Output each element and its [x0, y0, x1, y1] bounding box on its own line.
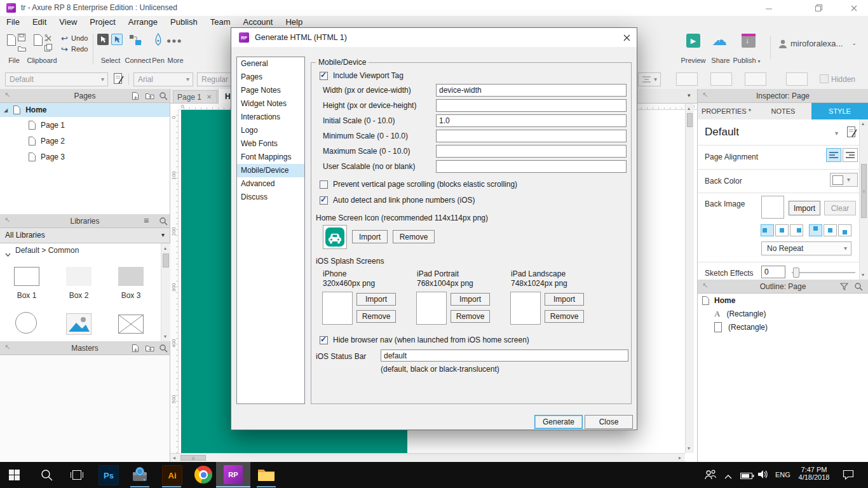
user-scalable-input[interactable] [436, 160, 627, 173]
x-input[interactable] [676, 72, 698, 86]
edit-style-icon[interactable] [846, 126, 858, 141]
ipad-landscape-remove-button[interactable]: Remove [545, 310, 584, 323]
widget-ellipse-thumb[interactable] [15, 312, 37, 334]
tray-expand-icon[interactable] [724, 471, 732, 482]
user-avatar-icon[interactable] [778, 39, 788, 51]
menu-project[interactable]: Project [83, 16, 121, 29]
menu-help[interactable]: Help [279, 16, 309, 29]
select-intersect-icon[interactable] [111, 34, 123, 45]
volume-icon[interactable] [757, 470, 769, 482]
ios-status-bar-input[interactable] [381, 349, 628, 362]
explorer-taskbar-icon[interactable] [257, 465, 276, 484]
outline-item-rect2[interactable]: (Rectangle) [698, 320, 868, 334]
action-center-icon[interactable] [843, 470, 854, 482]
h-input[interactable] [786, 72, 808, 86]
language-indicator[interactable]: ENG [775, 471, 790, 478]
scrollbar-thumb[interactable]: ||| [180, 455, 206, 461]
nav-interactions[interactable]: Interactions [237, 111, 304, 124]
generate-button[interactable]: Generate [534, 415, 583, 429]
nav-general[interactable]: General [237, 57, 304, 71]
restore-icon[interactable] [813, 3, 824, 13]
home-icon-remove-button[interactable]: Remove [393, 230, 435, 243]
ipad-landscape-splash-preview[interactable] [510, 292, 541, 325]
widget-box2-thumb[interactable] [66, 267, 92, 286]
menu-account[interactable]: Account [236, 16, 279, 29]
nav-logo[interactable]: Logo [237, 124, 304, 137]
start-button-icon[interactable] [9, 470, 20, 483]
page-tree-item-page1[interactable]: Page 1 [0, 118, 170, 132]
library-section-label[interactable]: Default > Common [15, 246, 79, 255]
distribute-dropdown[interactable]: ▾ [638, 72, 661, 86]
widget-image-thumb[interactable] [66, 313, 92, 337]
library-filter-dropdown[interactable]: All Libraries ▾ [0, 228, 170, 243]
widget-placeholder-thumb[interactable] [118, 315, 144, 336]
user-menu[interactable]: miroforalexa... [790, 39, 843, 48]
home-screen-icon-preview[interactable] [323, 225, 347, 249]
dialog-close-icon[interactable] [623, 33, 631, 44]
image-valign-top-button[interactable] [809, 224, 822, 236]
back-color-dropdown[interactable]: ▾ [830, 173, 858, 187]
back-image-import-button[interactable]: Import [789, 201, 820, 215]
scroll-down-icon[interactable]: ▾ [164, 334, 166, 339]
connect-icon[interactable] [129, 34, 144, 49]
cut-icon[interactable] [33, 34, 43, 49]
masters-search-icon[interactable] [159, 344, 168, 353]
battery-icon[interactable] [740, 471, 754, 482]
auto-detect-phone-label[interactable]: Auto detect and link phone numbers (iOS) [333, 196, 475, 205]
tab-notes[interactable]: NOTES [755, 103, 812, 119]
redo-label[interactable]: Redo [71, 45, 88, 53]
more-label[interactable]: More [163, 57, 188, 64]
taskbar-search-icon[interactable] [41, 469, 53, 484]
image-halign-center-button[interactable] [775, 224, 789, 236]
w-input[interactable] [745, 72, 766, 86]
image-valign-bottom-button[interactable] [838, 224, 851, 236]
add-page-icon[interactable] [131, 92, 140, 100]
menu-publish[interactable]: Publish [164, 16, 204, 29]
axure-taskbar-icon[interactable]: RP [224, 465, 243, 484]
nav-font-mappings[interactable]: Font Mappings [237, 151, 304, 164]
publish-label[interactable]: Publish ▾ [731, 57, 763, 64]
ipad-landscape-import-button[interactable]: Import [545, 293, 584, 306]
scrollbar-thumb[interactable] [687, 113, 693, 127]
page-tree-item-page3[interactable]: Page 3 [0, 150, 170, 164]
widget-box3-thumb[interactable] [118, 267, 144, 286]
align-page-center-button[interactable] [843, 148, 858, 162]
paste-icon[interactable] [44, 43, 52, 54]
nav-page-notes[interactable]: Page Notes [237, 84, 304, 97]
open-file-icon[interactable] [18, 43, 26, 54]
people-tray-icon[interactable] [704, 469, 717, 483]
scrollbar-thumb[interactable] [163, 254, 169, 268]
undo-label[interactable]: Undo [71, 34, 88, 42]
tab-page1[interactable]: Page 1 ✕ [173, 90, 217, 104]
libraries-scrollbar[interactable]: ▴ ▾ [161, 243, 170, 341]
scroll-up-icon[interactable]: ▴ [164, 245, 166, 251]
include-viewport-label[interactable]: Include Viewport Tag [333, 71, 403, 80]
tree-expand-icon[interactable]: ◢ [4, 107, 8, 113]
preview-label[interactable]: Preview [676, 57, 710, 64]
inspector-scrollbar[interactable]: ▴ ≡ ▾ [859, 119, 868, 280]
pages-search-icon[interactable] [159, 92, 168, 100]
add-master-icon[interactable] [131, 344, 140, 353]
add-master-folder-icon[interactable] [145, 344, 154, 353]
sketch-effects-slider-thumb[interactable] [793, 268, 799, 278]
minimum-scale-input[interactable] [436, 130, 627, 142]
nav-pages[interactable]: Pages [237, 71, 304, 84]
scroll-up-icon[interactable]: ▴ [862, 121, 864, 126]
auto-detect-phone-checkbox[interactable] [320, 196, 328, 205]
nav-advanced[interactable]: Advanced [237, 177, 304, 191]
home-icon-import-button[interactable]: Import [352, 230, 388, 243]
new-file-icon[interactable] [6, 34, 17, 49]
edit-style-icon[interactable] [113, 72, 125, 88]
sketch-effects-slider-track[interactable] [792, 272, 855, 273]
back-image-clear-button[interactable]: Clear [824, 201, 856, 215]
page-tree-item-home[interactable]: ◢ Home [0, 103, 170, 117]
ipad-portrait-remove-button[interactable]: Remove [451, 310, 490, 323]
sketch-effects-input[interactable] [761, 266, 785, 278]
canvas-vscrollbar[interactable]: ▴ ▾ [685, 104, 694, 453]
axure-taskbar-active-bg[interactable]: RP [216, 462, 250, 488]
nav-mobile-device[interactable]: Mobile/Device [237, 164, 304, 177]
menu-arrange[interactable]: Arrange [122, 16, 164, 29]
tab-style[interactable]: STYLE [811, 103, 868, 119]
maximum-scale-input[interactable] [436, 145, 627, 158]
outline-item-home[interactable]: Home [698, 294, 868, 307]
